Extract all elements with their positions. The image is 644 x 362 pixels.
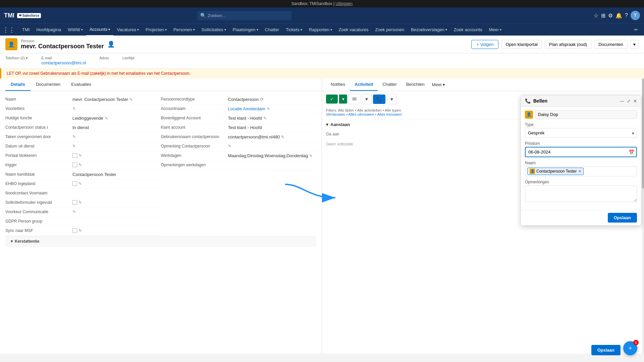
menu-item-rapporten[interactable]: Rapporten ▾ [306, 24, 335, 36]
email-dropdown[interactable]: ▾ [362, 94, 372, 104]
edit-icon[interactable]: ✏ [631, 24, 641, 36]
ehbo-checkbox[interactable] [72, 181, 77, 186]
alles-invouwen-link[interactable]: Alles invouwen [377, 112, 402, 116]
notification-icon[interactable]: 🔔 [615, 12, 622, 19]
bellen-maximize-icon[interactable]: ⤢ [627, 99, 631, 104]
menu-item-tmi[interactable]: TMI [19, 24, 33, 36]
naam-edit-icon[interactable] [129, 97, 133, 102]
menu-item-tickets[interactable]: Tickets ▾ [282, 24, 306, 36]
more-actions-dropdown[interactable]: ▾ [630, 40, 639, 49]
bovenliggend-account-edit-icon[interactable] [263, 116, 267, 121]
menu-item-www[interactable]: WWW ▾ [64, 24, 86, 36]
tab-berichten[interactable]: Berichten [401, 78, 429, 91]
status-info-icon[interactable]: ℹ [47, 125, 48, 129]
date-input[interactable] [525, 147, 637, 157]
taken-edit-icon[interactable] [72, 134, 76, 139]
email-button[interactable]: ✉ [348, 94, 360, 104]
menu-item-hoofdpagina[interactable]: Hoofdpagina [33, 24, 64, 36]
type-select[interactable]: Gesprek Voicemail Inkomend [525, 128, 637, 138]
logout-link[interactable]: Uitloggen [335, 1, 353, 6]
open-klantportal-button[interactable]: Open klantportal [501, 40, 542, 49]
menu-item-chatter[interactable]: Chatter [262, 24, 283, 36]
bellen-minimize-icon[interactable]: — [620, 99, 624, 104]
menu-item-personen[interactable]: Personen ▾ [170, 24, 198, 36]
record-info: Persoon mevr. Contactpersoon Tester [21, 39, 104, 50]
voorkeur-communicatie-edit-icon[interactable] [72, 209, 76, 214]
sync-msf-checkbox[interactable] [72, 228, 77, 233]
contact-name-input[interactable] [535, 110, 637, 119]
apps-grid-icon[interactable]: ⋮⋮ [3, 26, 15, 34]
tab-activiteit[interactable]: Activiteit [350, 78, 378, 91]
new-task-button[interactable]: ✓ [326, 95, 338, 104]
top-nav-icons: ☆ ⊞ ⚙ 🔔 ? T [594, 11, 640, 20]
menu-item-plaatsingen[interactable]: Plaatsingen ▾ [229, 24, 262, 36]
brand-logo[interactable]: TMI ❤ Salesforce [4, 12, 41, 19]
menu-item-sollicitaties[interactable]: Sollicitaties ▾ [198, 24, 229, 36]
calendar-icon[interactable]: 📅 [629, 149, 634, 155]
accountnaam-edit-icon[interactable] [267, 107, 270, 111]
menu-item-bezoekverslagen[interactable]: Bezoekverslagen ▾ [408, 24, 450, 36]
search-input[interactable] [198, 11, 291, 20]
help-fab[interactable]: + 6 [623, 341, 637, 354]
grid-icon[interactable]: ⊞ [601, 12, 605, 19]
voorletters-edit-icon[interactable] [72, 106, 76, 111]
user-avatar[interactable]: T [631, 11, 640, 20]
menu-item-meer[interactable]: Meer ▾ [486, 24, 505, 36]
portaal-blokkeren-edit-icon[interactable] [78, 153, 82, 158]
menu-item-projecten[interactable]: Projecten ▾ [142, 24, 170, 36]
favorites-icon[interactable]: ☆ [594, 12, 598, 19]
help-icon[interactable]: ? [625, 12, 628, 18]
solliciatieformulier-edit-icon[interactable] [78, 200, 82, 205]
bellen-save-button[interactable]: Opslaan [608, 213, 637, 223]
menu-item-zoek-accounts[interactable]: Zoek accounts [450, 24, 486, 36]
scrollbar-thumb[interactable] [642, 78, 644, 188]
plan-afspraak-button[interactable]: Plan afspraak (oud) [545, 40, 591, 49]
tab-documenten[interactable]: Documenten [31, 78, 66, 91]
gebruikersnaam-edit-icon[interactable] [281, 135, 284, 139]
section-kerstattentie[interactable]: ▾ Kerstattentie [5, 236, 316, 247]
werkdagen-edit-icon[interactable] [309, 154, 313, 158]
opmerkingen-textarea[interactable] [525, 185, 637, 202]
menu-item-vacatures[interactable]: Vacatures ▾ [113, 24, 142, 36]
field-gdpr: GDPR Person group [5, 217, 161, 227]
email-value[interactable]: contactpersoon@tmi.nl [41, 60, 86, 65]
new-task-dropdown[interactable]: ▾ [339, 95, 347, 104]
follow-button[interactable]: + Volgen [471, 40, 498, 49]
trigger-checkbox[interactable] [72, 163, 77, 167]
sync-msf-edit-icon[interactable] [78, 228, 82, 233]
call-button[interactable]: 📞 [373, 95, 385, 104]
tab-evaluaties[interactable]: Evaluaties [66, 78, 97, 91]
datum-dienst-edit-icon[interactable] [72, 144, 76, 148]
ehbo-edit-icon[interactable] [78, 181, 82, 186]
field-werkdagen: Werkdagen Maandag;Dinsdag;Woensdag;Donde… [161, 152, 317, 161]
detail-fields: Naam mevr. Contactpersoon Tester Voorlet… [0, 91, 322, 251]
bellen-header: 📞 Bellen — ⤢ ✕ [521, 96, 641, 107]
solliciatieformulier-checkbox[interactable] [72, 200, 77, 205]
naam-tag-input[interactable]: 👤 Contactpersoon Tester ✕ [525, 166, 637, 176]
scrollbar-track[interactable] [642, 78, 644, 354]
bellen-close-icon[interactable]: ✕ [633, 99, 637, 104]
alles-uitvouwen-link[interactable]: Alles uitvouwen [348, 112, 374, 116]
fixed-save-button[interactable]: Opslaan [591, 345, 621, 354]
documenten-button[interactable]: Documenten [594, 40, 628, 49]
tab-chatter[interactable]: Chatter [378, 78, 401, 91]
menu-item-zoek-personen[interactable]: Zoek personen [372, 24, 408, 36]
trigger-edit-icon[interactable] [78, 163, 82, 167]
vernieuwen-link[interactable]: Vernieuwen [326, 112, 345, 116]
accountnaam-link[interactable]: Locatie Amsterdam [228, 106, 265, 111]
portaal-blokkeren-checkbox[interactable] [72, 153, 77, 158]
tab-details[interactable]: Details [5, 78, 31, 91]
tab-notities[interactable]: Notities [326, 78, 350, 91]
recordtype-refresh-icon[interactable]: ⟳ [260, 97, 264, 102]
huidige-functie-edit-icon[interactable] [105, 116, 108, 121]
setup-icon[interactable]: ⚙ [608, 12, 613, 19]
menu-item-zoek-vacatures[interactable]: Zoek vacatures [335, 24, 372, 36]
tab-meer[interactable]: Meer ▾ [429, 78, 448, 91]
tag-remove-icon[interactable]: ✕ [578, 169, 581, 174]
call-dropdown[interactable]: ▾ [387, 94, 397, 104]
profile-edit-icon[interactable]: 👤 [107, 41, 115, 48]
opmerking-contactpersoon-edit-icon[interactable] [228, 144, 231, 148]
menu-item-accounts[interactable]: Accounts ▾ [86, 24, 113, 36]
huidige-functie-value: Leidinggevende [72, 116, 103, 121]
search-icon: 🔍 [200, 13, 206, 18]
